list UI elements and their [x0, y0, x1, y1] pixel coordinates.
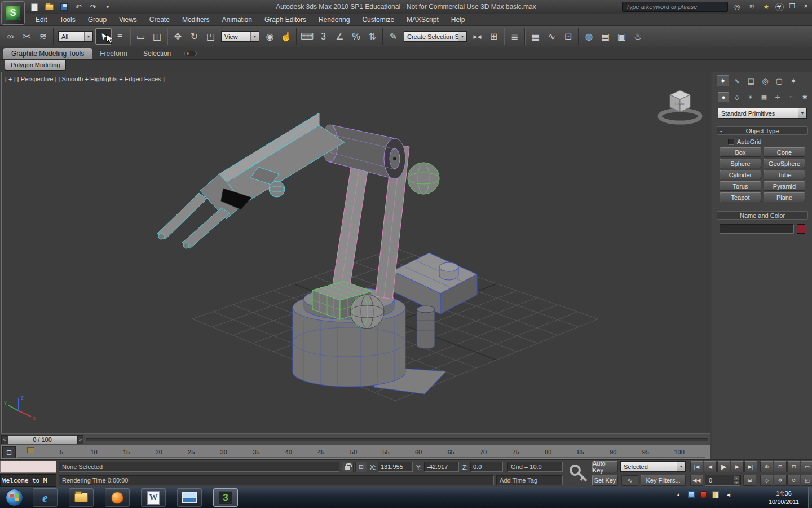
- favorites-star-icon[interactable]: ★: [761, 2, 772, 12]
- menu-maxscript[interactable]: MAXScript: [400, 15, 445, 25]
- 3ds-max-taskbar-button[interactable]: 3: [213, 488, 238, 507]
- hierarchy-tab-icon[interactable]: ▤: [745, 75, 757, 86]
- key-filters-button[interactable]: Key Filters...: [641, 475, 686, 486]
- unlink-selection-icon[interactable]: ✂: [19, 28, 35, 45]
- geometry-type-dropdown[interactable]: Standard Primitives ▼: [718, 108, 807, 119]
- zoom-region-icon[interactable]: ▭: [801, 461, 812, 472]
- menu-customize[interactable]: Customize: [356, 15, 400, 25]
- previous-frame-icon[interactable]: ◀: [704, 461, 717, 472]
- plane-button[interactable]: Plane: [764, 192, 805, 202]
- teapot-button[interactable]: Teapot: [720, 192, 761, 202]
- pan-view-icon[interactable]: ✥: [774, 475, 787, 486]
- cameras-category-icon[interactable]: ▦: [758, 92, 770, 102]
- view-cube[interactable]: FRONT: [660, 90, 700, 122]
- box-button[interactable]: Box: [720, 147, 761, 157]
- angle-snap-icon[interactable]: ∠: [332, 28, 348, 45]
- new-file-icon[interactable]: [28, 2, 41, 12]
- spinner-up-icon[interactable]: ▲: [733, 476, 740, 480]
- utilities-tab-icon[interactable]: ✶: [787, 75, 800, 86]
- select-and-link-icon[interactable]: ∞: [2, 28, 19, 45]
- space-warps-category-icon[interactable]: ≈: [785, 92, 797, 102]
- edit-named-selection-sets-icon[interactable]: ✎: [385, 28, 401, 45]
- tab-graphite-modeling-tools[interactable]: Graphite Modeling Tools: [3, 48, 92, 59]
- menu-edit[interactable]: Edit: [29, 15, 54, 25]
- close-button[interactable]: ×: [802, 2, 810, 10]
- material-editor-icon[interactable]: ◍: [581, 28, 597, 45]
- select-and-rotate-icon[interactable]: ↻: [186, 28, 202, 45]
- search-input[interactable]: [622, 2, 728, 12]
- track-bar[interactable]: ⊟ 510 1520 2530 3540 4550 5560 6570 7580…: [1, 445, 710, 459]
- name-color-rollout-header[interactable]: - Name and Color: [717, 211, 808, 220]
- maxscript-listener[interactable]: Welcome to M: [0, 474, 56, 487]
- open-file-icon[interactable]: [43, 2, 55, 12]
- go-to-end-icon[interactable]: ▶|: [744, 461, 757, 472]
- search-binoculars-icon[interactable]: ◎: [731, 2, 743, 12]
- bind-to-space-warp-icon[interactable]: ≋: [35, 28, 51, 45]
- z-coordinate-field[interactable]: [470, 462, 503, 472]
- helpers-category-icon[interactable]: ✛: [772, 92, 783, 102]
- undo-icon[interactable]: ↶: [72, 2, 85, 12]
- auto-key-button[interactable]: Auto Key: [592, 461, 618, 472]
- zoom-icon[interactable]: ⊕: [760, 461, 773, 472]
- autogrid-checkbox[interactable]: [728, 139, 734, 145]
- zoom-all-icon[interactable]: ⊞: [774, 461, 787, 472]
- redo-icon[interactable]: ↷: [87, 2, 99, 12]
- selection-filter-dropdown[interactable]: All ▼: [58, 31, 93, 42]
- menu-graph-editors[interactable]: Graph Editors: [258, 15, 312, 25]
- minimize-button[interactable]: –: [775, 2, 783, 10]
- select-and-scale-icon[interactable]: ◰: [202, 28, 219, 45]
- modify-tab-icon[interactable]: ∿: [731, 75, 743, 86]
- perspective-viewport[interactable]: FRONT x y z [ + ] [ Perspective ] [ Smoo…: [1, 72, 710, 433]
- field-of-view-icon[interactable]: ◇: [760, 475, 773, 486]
- set-keys-icon[interactable]: [568, 462, 589, 485]
- tab-polygon-modeling[interactable]: Polygon Modeling: [5, 60, 66, 71]
- volume-icon[interactable]: ◄: [725, 491, 732, 498]
- current-frame-marker[interactable]: [27, 447, 34, 453]
- geosphere-button[interactable]: GeoSphere: [764, 159, 805, 168]
- hidden-icons-chevron-icon[interactable]: ▲: [674, 491, 682, 498]
- systems-category-icon[interactable]: ✱: [799, 92, 810, 102]
- quick-access-dropdown-icon[interactable]: ▼: [102, 2, 114, 12]
- current-frame-spinner[interactable]: 0 ▲ ▼: [705, 475, 741, 486]
- window-crossing-toggle-icon[interactable]: ◫: [149, 28, 165, 45]
- next-frame-arrow[interactable]: >: [77, 435, 83, 444]
- media-player-button[interactable]: [105, 488, 130, 507]
- x-coordinate-field[interactable]: [378, 462, 413, 472]
- render-production-icon[interactable]: ♨: [630, 28, 646, 45]
- show-desktop-button[interactable]: [808, 487, 812, 508]
- tab-freeform[interactable]: Freeform: [92, 48, 135, 59]
- display-tab-icon[interactable]: ▢: [773, 75, 785, 86]
- next-frame-icon[interactable]: ▶: [731, 461, 744, 472]
- geometry-category-icon[interactable]: ●: [718, 92, 729, 102]
- mini-curve-editor-icon[interactable]: ⊟: [2, 446, 16, 458]
- reference-coordinate-dropdown[interactable]: View ▼: [221, 31, 259, 42]
- object-name-field[interactable]: [720, 224, 794, 234]
- menu-modifiers[interactable]: Modifiers: [176, 15, 216, 25]
- security-shield-icon[interactable]: [700, 491, 707, 498]
- network-icon[interactable]: [688, 491, 695, 498]
- sphere-button[interactable]: Sphere: [720, 159, 761, 168]
- key-mode-dropdown[interactable]: Selected ▼: [620, 461, 686, 472]
- internet-explorer-button[interactable]: e: [33, 488, 58, 507]
- play-animation-icon[interactable]: ▶: [717, 461, 730, 472]
- use-pivot-point-center-icon[interactable]: ◉: [262, 28, 278, 45]
- cone-button[interactable]: Cone: [764, 147, 805, 157]
- create-tab-icon[interactable]: ✦: [717, 75, 729, 86]
- object-color-swatch[interactable]: [797, 224, 805, 234]
- zoom-extents-icon[interactable]: ⊡: [787, 461, 800, 472]
- menu-group[interactable]: Group: [82, 15, 113, 25]
- menu-views[interactable]: Views: [113, 15, 143, 25]
- taskbar-clock[interactable]: 14:36 10/10/2011: [762, 489, 805, 506]
- named-selection-set-dropdown[interactable]: Create Selection Se ▼: [404, 31, 467, 42]
- percent-snap-icon[interactable]: %: [348, 28, 364, 45]
- align-icon[interactable]: ⊞: [486, 28, 502, 45]
- menu-animation[interactable]: Animation: [216, 15, 258, 25]
- spinner-snap-icon[interactable]: ⇅: [364, 28, 381, 45]
- windows-explorer-button[interactable]: [69, 488, 94, 507]
- go-to-start-icon[interactable]: |◀: [690, 461, 703, 472]
- cylinder-button[interactable]: Cylinder: [720, 170, 761, 179]
- save-file-icon[interactable]: [58, 2, 70, 12]
- absolute-offset-toggle-icon[interactable]: ⊞: [355, 462, 367, 472]
- render-setup-icon[interactable]: ▤: [597, 28, 614, 45]
- default-in-out-tangent-icon[interactable]: ∿: [621, 475, 638, 486]
